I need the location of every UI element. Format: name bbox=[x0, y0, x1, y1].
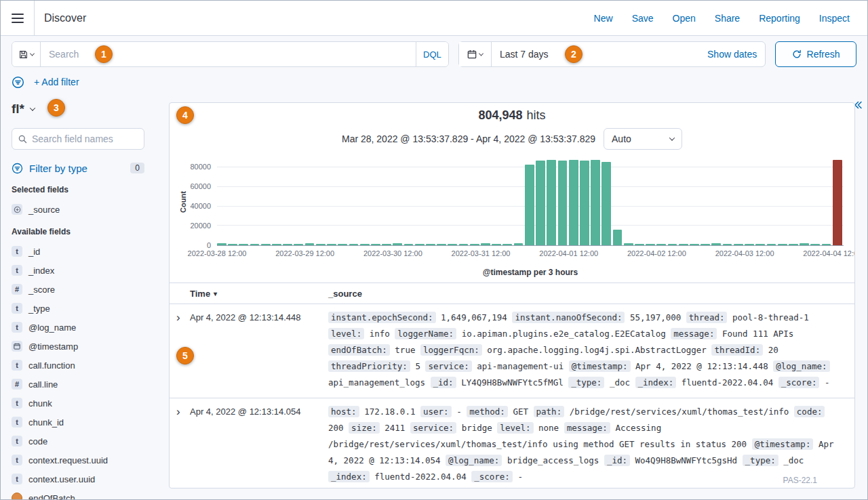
histogram-bar[interactable] bbox=[558, 161, 568, 245]
histogram-bar[interactable] bbox=[294, 244, 303, 245]
x-tick-label: 2022-03-28 12:00 bbox=[188, 249, 247, 257]
histogram-bar[interactable] bbox=[327, 244, 336, 245]
histogram-bar[interactable] bbox=[690, 244, 699, 245]
histogram-bar[interactable] bbox=[734, 244, 743, 245]
histogram-bar[interactable] bbox=[601, 162, 611, 245]
histogram-bar[interactable] bbox=[448, 244, 457, 245]
field-name: context.user.uuid bbox=[28, 474, 95, 484]
field-search-input[interactable] bbox=[32, 133, 138, 144]
histogram-bar[interactable] bbox=[711, 243, 721, 245]
field-item-call.line[interactable]: #call.line bbox=[12, 375, 144, 394]
field-item-call.function[interactable]: tcall.function bbox=[12, 356, 144, 375]
field-item-context.user.uuid[interactable]: tcontext.user.uuid bbox=[12, 470, 144, 488]
histogram-bar[interactable] bbox=[371, 244, 380, 245]
time-column-header[interactable]: Time ▾ bbox=[190, 289, 328, 299]
histogram-bar[interactable] bbox=[536, 161, 545, 245]
field-item-_id[interactable]: t_id bbox=[12, 242, 144, 261]
histogram-bar[interactable] bbox=[437, 244, 446, 245]
nav-reporting[interactable]: Reporting bbox=[759, 13, 800, 24]
nav-open[interactable]: Open bbox=[673, 13, 696, 24]
source-field-key: threadId: bbox=[711, 344, 763, 356]
histogram-bar[interactable] bbox=[305, 243, 315, 245]
index-pattern-select[interactable]: fl* bbox=[12, 102, 35, 117]
field-item-chunk[interactable]: tchunk bbox=[12, 394, 144, 413]
histogram-bar[interactable] bbox=[635, 244, 644, 245]
field-item-_type[interactable]: t_type bbox=[12, 299, 144, 318]
expand-row-icon[interactable]: › bbox=[176, 404, 190, 420]
saved-query-menu-button[interactable] bbox=[12, 42, 41, 66]
histogram-bar[interactable] bbox=[800, 243, 809, 245]
histogram-bar[interactable] bbox=[778, 244, 787, 245]
histogram-bar[interactable] bbox=[591, 160, 600, 245]
histogram-bar[interactable] bbox=[525, 165, 534, 245]
histogram-bar[interactable] bbox=[217, 243, 226, 245]
histogram-bar[interactable] bbox=[514, 243, 524, 245]
field-item-@timestamp[interactable]: @timestamp bbox=[12, 337, 144, 356]
histogram-bar[interactable] bbox=[755, 244, 765, 245]
histogram-bar[interactable] bbox=[668, 244, 677, 245]
show-dates-link[interactable]: Show dates bbox=[707, 49, 765, 60]
histogram-bar[interactable] bbox=[426, 244, 435, 245]
histogram-bar[interactable] bbox=[613, 230, 623, 245]
histogram-bar[interactable] bbox=[415, 244, 425, 245]
field-item-_source[interactable]: _source bbox=[12, 200, 144, 219]
field-item-endOfBatch[interactable]: endOfBatch bbox=[12, 488, 144, 499]
nav-inspect[interactable]: Inspect bbox=[819, 13, 850, 24]
nav-save[interactable]: Save bbox=[632, 13, 654, 24]
filter-menu-icon[interactable] bbox=[12, 76, 24, 89]
field-item-@log_name[interactable]: t@log_name bbox=[12, 318, 144, 337]
histogram-bar[interactable] bbox=[360, 244, 370, 245]
histogram-bar[interactable] bbox=[580, 161, 589, 245]
histogram-bar[interactable] bbox=[833, 160, 842, 245]
histogram-bar[interactable] bbox=[250, 244, 260, 245]
histogram-bar[interactable] bbox=[283, 244, 292, 245]
refresh-button[interactable]: Refresh bbox=[775, 41, 856, 67]
date-picker-menu-button[interactable] bbox=[459, 42, 492, 66]
histogram-bar[interactable] bbox=[492, 244, 501, 245]
histogram-bar[interactable] bbox=[316, 244, 326, 245]
interval-select[interactable]: Auto bbox=[604, 128, 682, 150]
nav-share[interactable]: Share bbox=[715, 13, 740, 24]
add-filter-link[interactable]: + Add filter bbox=[34, 77, 79, 87]
histogram-bar[interactable] bbox=[272, 244, 281, 245]
field-item-chunk_id[interactable]: tchunk_id bbox=[12, 413, 144, 432]
histogram-bar[interactable] bbox=[261, 244, 271, 245]
dql-button[interactable]: DQL bbox=[416, 42, 448, 66]
chevron-down-icon bbox=[669, 135, 675, 140]
histogram-bar[interactable] bbox=[679, 244, 688, 245]
histogram-bar[interactable] bbox=[502, 244, 512, 245]
histogram-bar[interactable] bbox=[228, 244, 237, 245]
histogram-bar[interactable] bbox=[404, 244, 414, 245]
histogram-bar[interactable] bbox=[789, 244, 798, 245]
histogram-bar[interactable] bbox=[393, 243, 402, 245]
histogram-bar[interactable] bbox=[767, 244, 776, 245]
expand-row-icon[interactable]: › bbox=[176, 310, 190, 326]
main-menu-button[interactable] bbox=[1, 1, 35, 35]
nav-new[interactable]: New bbox=[594, 13, 613, 24]
time-range-value[interactable]: Last 7 days bbox=[492, 49, 557, 60]
histogram-bar[interactable] bbox=[338, 244, 347, 245]
histogram-bar[interactable] bbox=[822, 244, 831, 245]
histogram-bar[interactable] bbox=[701, 244, 710, 245]
histogram-bar[interactable] bbox=[745, 244, 754, 245]
histogram-bar[interactable] bbox=[569, 160, 578, 245]
histogram-bar[interactable] bbox=[481, 243, 490, 245]
histogram-bar[interactable] bbox=[382, 244, 391, 245]
filter-by-type-link[interactable]: Filter by type bbox=[29, 163, 87, 174]
field-item-code[interactable]: tcode bbox=[12, 432, 144, 451]
histogram-bar[interactable] bbox=[624, 243, 633, 245]
field-item-context.request.uuid[interactable]: tcontext.request.uuid bbox=[12, 451, 144, 470]
histogram-bar[interactable] bbox=[646, 244, 655, 245]
y-tick-label: 40000 bbox=[190, 203, 211, 210]
field-name: chunk bbox=[28, 398, 52, 409]
field-item-_score[interactable]: #_score bbox=[12, 280, 144, 299]
histogram-bar[interactable] bbox=[547, 160, 556, 245]
histogram-bar[interactable] bbox=[239, 244, 248, 245]
histogram-bar[interactable] bbox=[459, 244, 469, 245]
field-item-_index[interactable]: t_index bbox=[12, 261, 144, 280]
histogram-bar[interactable] bbox=[470, 244, 479, 245]
histogram-bar[interactable] bbox=[656, 244, 666, 245]
histogram-bar[interactable] bbox=[810, 244, 820, 245]
histogram-bar[interactable] bbox=[349, 244, 359, 245]
histogram-bar[interactable] bbox=[723, 244, 732, 245]
